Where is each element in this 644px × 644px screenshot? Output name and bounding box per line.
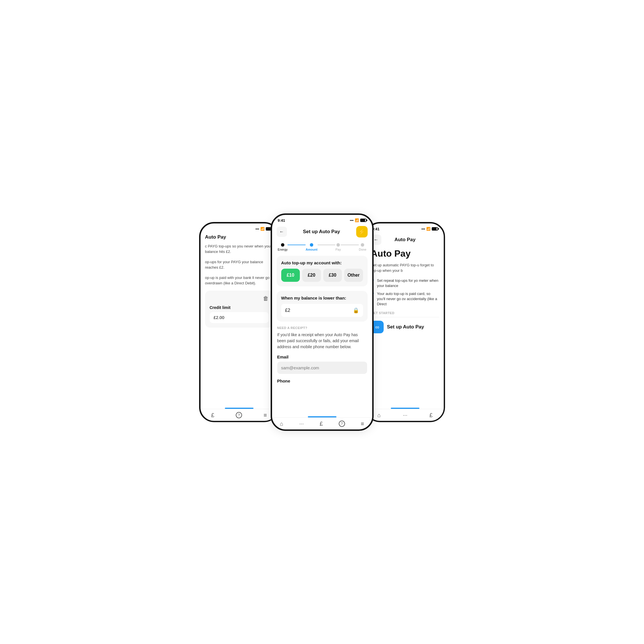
step-label-done: Done	[359, 248, 366, 251]
bullet-item-1: ✓ Set repeat top-ups for yo meter when y…	[371, 278, 439, 288]
right-home-icon: ⌂	[377, 412, 381, 419]
right-nav-billing[interactable]: £	[429, 412, 433, 419]
setup-button-label: Set up Auto Pay	[387, 324, 424, 330]
amount-other-button[interactable]: Other	[344, 269, 363, 282]
step-pay: Pay	[335, 243, 341, 251]
center-nav-title: Set up Auto Pay	[303, 229, 340, 235]
step-line-1	[288, 245, 306, 245]
left-phone: ▪▪▪ 📶 Auto Pay c PAYG top-ups so you nev…	[199, 222, 279, 422]
auto-pay-desc: Set up automatic PAYG top-u forget to to…	[371, 262, 439, 274]
right-battery-icon	[432, 227, 438, 231]
left-page-title: Auto Pay	[205, 232, 273, 240]
center-nav-journey[interactable]: ⋯	[299, 421, 304, 427]
left-nav-menu[interactable]: ≡	[263, 412, 267, 419]
lightning-button[interactable]: ⚡	[356, 226, 368, 237]
right-status-bar: 9:41 ▪▪▪ 📶	[366, 223, 444, 232]
center-status-bar: 9:41 ▪▪▪ 📶	[272, 215, 372, 224]
balance-card: When my balance is lower than: £2 🔒	[277, 291, 368, 322]
balance-value: £2	[285, 308, 290, 313]
left-bottom-nav: £ ? ≡	[201, 409, 278, 421]
center-content: Auto top-up my account with: £10 £20 £30…	[272, 256, 372, 415]
get-started-label: GET STARTED	[371, 311, 439, 315]
billing-icon: £	[211, 412, 214, 419]
menu-icon-center: ≡	[361, 421, 364, 427]
right-nav-journey[interactable]: ⋯	[403, 413, 407, 418]
delete-icon[interactable]: 🗑	[263, 295, 269, 302]
step-label-pay: Pay	[335, 248, 341, 251]
setup-autopay-button[interactable]: ∞ Set up Auto Pay	[371, 321, 439, 333]
phone-label: Phone	[277, 379, 367, 383]
step-done: Done	[359, 243, 366, 251]
center-phone: 9:41 ▪▪▪ 📶 ← Set up Auto Pay ⚡	[271, 213, 374, 431]
get-started-divider	[371, 317, 439, 317]
step-line-3	[341, 245, 359, 245]
step-label-energy: Energy	[278, 248, 288, 251]
back-button[interactable]: ←	[277, 227, 287, 237]
center-nav-header: ← Set up Auto Pay ⚡	[272, 224, 372, 241]
amount-20-button[interactable]: £20	[302, 269, 321, 282]
receipt-description: If you'd like a receipt when your Auto P…	[277, 332, 367, 350]
right-wifi-icon: 📶	[426, 227, 431, 231]
topup-card-title: Auto top-up my account with:	[281, 260, 363, 265]
right-status-icons: ▪▪▪ 📶	[421, 227, 438, 231]
right-back-arrow-icon: ←	[374, 237, 379, 242]
left-nav-billing[interactable]: £	[211, 412, 214, 419]
email-input[interactable]	[277, 362, 367, 374]
lightning-icon: ⚡	[358, 228, 365, 235]
center-nav-home[interactable]: ⌂	[280, 421, 283, 427]
right-nav-header: ← Auto Pay	[366, 232, 444, 248]
help-icon: ?	[236, 412, 242, 418]
bullet-text-2: Your auto top-up is paid card, so you'll…	[377, 291, 439, 307]
credit-limit-label: Credit limit	[210, 305, 269, 310]
step-dot-amount	[310, 243, 313, 247]
left-desc-1: c PAYG top-ups so you never when your ba…	[205, 243, 273, 255]
amount-10-button[interactable]: £10	[281, 269, 300, 282]
center-time: 9:41	[278, 218, 285, 223]
menu-icon: ≡	[263, 412, 267, 419]
right-billing-icon: £	[429, 412, 433, 419]
right-nav-home[interactable]: ⌂	[377, 412, 381, 419]
left-status-bar: ▪▪▪ 📶	[201, 223, 278, 232]
center-bottom-nav: ⌂ ⋯ £ ? ≡	[272, 417, 372, 429]
journey-icon: ⋯	[299, 421, 304, 427]
step-dot-done	[361, 243, 364, 247]
bullet-item-2: ✓ Your auto top-up is paid card, so you'…	[371, 291, 439, 307]
amount-30-button[interactable]: £30	[323, 269, 342, 282]
right-content: Auto Pay Set up automatic PAYG top-u for…	[366, 248, 444, 334]
balance-card-title: When my balance is lower than:	[281, 296, 363, 300]
right-nav-title: Auto Pay	[395, 237, 416, 243]
help-icon-center: ?	[339, 421, 345, 427]
receipt-section: NEED A RECEIPT? If you'd like a receipt …	[277, 326, 368, 383]
amount-buttons: £10 £20 £30 Other	[281, 269, 363, 282]
left-content: Auto Pay c PAYG top-ups so you never whe…	[201, 232, 278, 328]
billing-icon-center: £	[320, 421, 323, 427]
lock-icon: 🔒	[353, 307, 359, 314]
progress-steps: Energy Amount Pay Done	[272, 241, 372, 256]
left-nav-help[interactable]: ?	[236, 412, 242, 418]
credit-limit-card: 🗑 Credit limit £2.00	[205, 291, 273, 328]
center-nav-billing[interactable]: £	[320, 421, 323, 427]
step-label-amount: Amount	[306, 248, 318, 251]
right-phone: 9:41 ▪▪▪ 📶 ← Auto Pay Auto Pay Set up au…	[365, 222, 445, 422]
center-nav-menu[interactable]: ≡	[361, 421, 364, 427]
step-energy: Energy	[278, 243, 288, 251]
step-amount: Amount	[306, 243, 318, 251]
topup-card: Auto top-up my account with: £10 £20 £30…	[277, 256, 368, 286]
step-dot-energy	[281, 243, 284, 247]
right-bottom-nav: ⌂ ⋯ £	[366, 409, 444, 421]
center-nav-help[interactable]: ?	[339, 421, 345, 427]
center-signal-icon: ▪▪▪	[350, 218, 354, 222]
right-signal-icon: ▪▪▪	[421, 227, 425, 231]
center-status-icons: ▪▪▪ 📶	[350, 218, 366, 222]
email-label: Email	[277, 354, 367, 359]
left-desc-2: op-ups for your PAYG your balance reache…	[205, 259, 273, 270]
receipt-label: NEED A RECEIPT?	[277, 326, 367, 330]
auto-pay-title: Auto Pay	[371, 248, 439, 259]
center-battery-icon	[360, 219, 366, 222]
left-status-icons: ▪▪▪ 📶	[255, 227, 272, 231]
wifi-icon: 📶	[260, 227, 265, 231]
bullet-text-1: Set repeat top-ups for yo meter when you…	[377, 278, 439, 288]
home-icon: ⌂	[280, 421, 283, 427]
balance-input-row: £2 🔒	[281, 304, 363, 317]
back-arrow-icon: ←	[280, 229, 284, 234]
